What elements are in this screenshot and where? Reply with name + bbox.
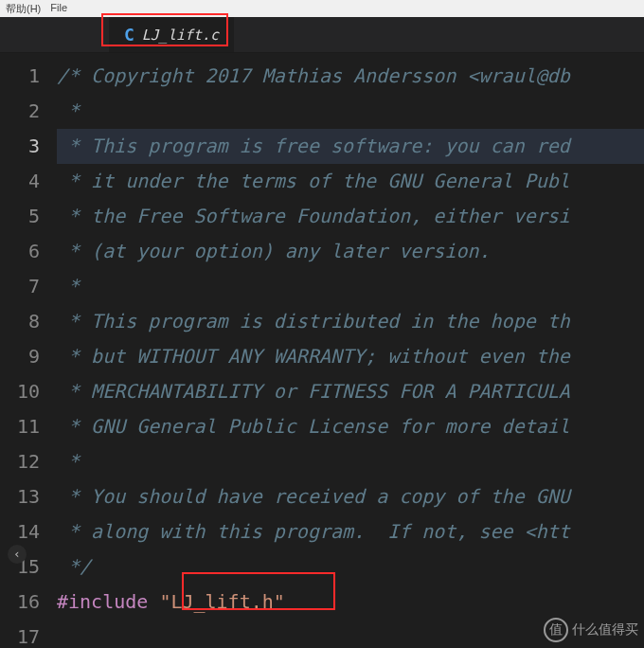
line-number: 14 <box>0 514 40 549</box>
code-line: * it under the terms of the GNU General … <box>57 164 644 199</box>
code-line: * This program is distributed in the hop… <box>57 304 644 339</box>
code-line: * <box>57 94 644 129</box>
tab-strip: C LJ_lift.c <box>0 17 644 53</box>
code-line: * along with this program. If not, see <… <box>57 514 644 549</box>
line-number: 7 <box>0 269 40 304</box>
line-number: 13 <box>0 479 40 514</box>
line-number: 9 <box>0 339 40 374</box>
c-file-icon: C <box>124 25 134 45</box>
line-number: 2 <box>0 94 40 129</box>
watermark: 值 什么值得买 <box>544 618 638 642</box>
editor-tab[interactable]: C LJ_lift.c <box>109 17 234 52</box>
code-line: * <box>57 269 644 304</box>
code-line: * This program is free software: you can… <box>57 129 644 164</box>
line-number: 1 <box>0 59 40 94</box>
code-line: * <box>57 444 644 479</box>
tab-filename: LJ_lift.c <box>142 27 219 44</box>
menu-bar: 帮助(H) File <box>0 0 644 17</box>
menu-help[interactable]: 帮助(H) <box>6 2 41 15</box>
editor-body: 1234567891011121314151617 /* Copyright 2… <box>0 53 644 648</box>
code-line: * MERCHANTABILITY or FITNESS FOR A PARTI… <box>57 374 644 409</box>
line-number: 3 <box>0 129 40 164</box>
code-line: * but WITHOUT ANY WARRANTY; without even… <box>57 339 644 374</box>
watermark-badge: 值 <box>544 618 568 642</box>
line-number: 8 <box>0 304 40 339</box>
watermark-text: 什么值得买 <box>572 621 638 639</box>
code-line: * the Free Software Foundation, either v… <box>57 199 644 234</box>
code-area[interactable]: /* Copyright 2017 Mathias Andersson <wra… <box>57 53 644 648</box>
line-number: 16 <box>0 585 40 620</box>
line-number: 12 <box>0 444 40 479</box>
fold-caret-icon[interactable]: ‹ <box>8 545 27 564</box>
line-number: 17 <box>0 620 40 648</box>
code-line: */ <box>57 549 644 585</box>
code-line: #include "LJ_lift.h" <box>57 585 644 620</box>
code-line: /* Copyright 2017 Mathias Andersson <wra… <box>57 59 644 94</box>
line-number: 10 <box>0 374 40 409</box>
code-line: * (at your option) any later version. <box>57 234 644 269</box>
menu-file[interactable]: File <box>50 2 67 15</box>
line-number: 4 <box>0 164 40 199</box>
code-line: * GNU General Public License for more de… <box>57 409 644 444</box>
line-number: 6 <box>0 234 40 269</box>
line-number: 11 <box>0 409 40 444</box>
code-line: * You should have received a copy of the… <box>57 479 644 514</box>
line-number: 5 <box>0 199 40 234</box>
